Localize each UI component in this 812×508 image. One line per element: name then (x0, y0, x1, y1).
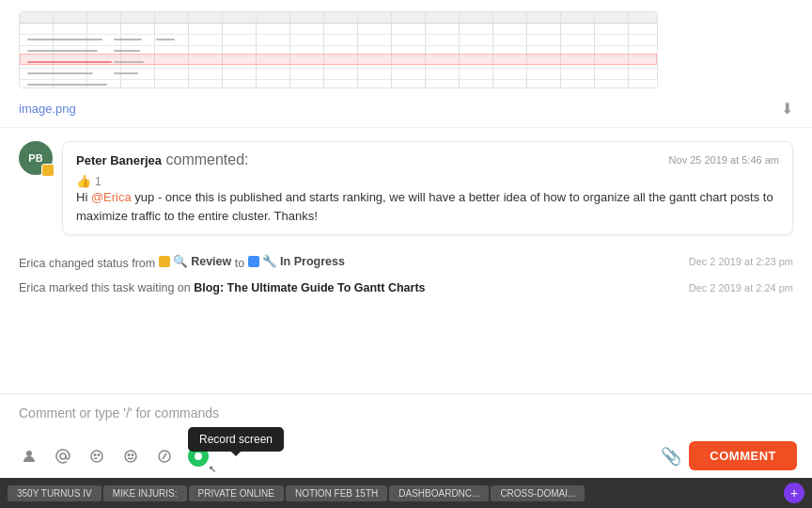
svg-point-4 (98, 453, 100, 455)
attach-icon[interactable]: 📎 (661, 446, 681, 467)
comment-text: Hi @Erica yup - once this is published a… (76, 188, 779, 225)
activity-timestamp-2: Dec 2 2019 at 2:24 pm (689, 282, 793, 294)
status-dot-blue (248, 256, 259, 267)
svg-point-3 (94, 453, 96, 455)
taskbar-item-5[interactable]: CROSS-DOMAI... (491, 485, 585, 501)
status-dot-yellow (159, 256, 170, 267)
emoji-icon-2[interactable] (117, 442, 145, 470)
svg-line-9 (163, 453, 166, 459)
emoji-icon-1[interactable] (83, 442, 111, 470)
main-container: image.png ⬇ PB Peter Banerjea commented:… (0, 0, 812, 508)
comment-input-section: Comment or type '/' for commands Record … (0, 393, 812, 478)
svg-point-7 (132, 453, 133, 455)
taskbar-item-3[interactable]: NOTION FEB 15TH (286, 485, 387, 501)
comment-text-before-mention: Hi (76, 190, 91, 204)
to-status: 🔧 In Progress (248, 254, 345, 268)
cursor-icon: ↖ (209, 464, 216, 474)
avatar-badge (41, 164, 55, 177)
activity-to-word: to (235, 257, 248, 270)
svg-point-6 (128, 453, 130, 455)
comment-mention[interactable]: @Erica (91, 190, 132, 204)
comment-timestamp: Nov 25 2019 at 5:46 am (669, 154, 779, 166)
comment-header: Peter Banerjea commented: Nov 25 2019 at… (76, 151, 779, 168)
slash-command-icon[interactable] (150, 442, 179, 470)
activity-text-start-2: Erica marked this task waiting on (19, 281, 194, 294)
activity-item-1: Erica changed status from 🔍 Review to 🔧 … (19, 248, 793, 276)
svg-point-2 (91, 451, 102, 462)
table-preview (20, 12, 657, 87)
comment-action: commented: (166, 151, 249, 167)
image-filename[interactable]: image.png (19, 102, 76, 116)
taskbar: 350Y TURNUS IV MIKE INJURIS: PRIVATE ONL… (0, 478, 812, 508)
like-button[interactable]: 👍 (76, 174, 91, 188)
svg-point-1 (60, 453, 66, 459)
comment-text-after-mention: yup - once this is published and starts … (76, 190, 773, 223)
comment-button[interactable]: COMMENT (689, 441, 797, 470)
comments-area: PB Peter Banerjea commented: Nov 25 2019… (0, 128, 812, 393)
taskbar-item-4[interactable]: DASHBOARDNC... (389, 485, 489, 501)
taskbar-item-1[interactable]: MIKE INJURIS: (103, 485, 187, 501)
toolbar-row: ↖ 📎 COMMENT (0, 436, 812, 478)
image-thumbnail (19, 11, 658, 88)
person-icon[interactable] (15, 442, 43, 470)
taskbar-plus-button[interactable]: + (784, 483, 804, 503)
activity-text-1: Erica changed status from 🔍 Review to 🔧 … (19, 254, 678, 270)
record-screen-tooltip: Record screen (188, 427, 284, 452)
taskbar-item-2[interactable]: PRIVATE ONLINE (189, 485, 284, 501)
svg-point-5 (125, 451, 136, 462)
task-link[interactable]: Blog: The Ultimate Guide To Gantt Charts (194, 281, 425, 294)
download-icon[interactable]: ⬇ (781, 100, 793, 118)
commenter-name: Peter Banerjea (76, 153, 162, 167)
activity-text-2: Erica marked this task waiting on Blog: … (19, 281, 678, 294)
comment-item: PB Peter Banerjea commented: Nov 25 2019… (19, 128, 793, 248)
taskbar-item-0[interactable]: 350Y TURNUS IV (8, 485, 102, 501)
comment-bubble: Peter Banerjea commented: Nov 25 2019 at… (62, 141, 793, 235)
like-count: 1 (95, 175, 102, 188)
like-row: 👍 1 (76, 174, 779, 188)
comment-input-area[interactable]: Comment or type '/' for commands (0, 394, 812, 436)
svg-point-0 (26, 451, 32, 456)
mention-icon[interactable] (49, 442, 77, 470)
avatar: PB (19, 141, 53, 175)
from-status: 🔍 Review (159, 254, 232, 268)
image-filename-row: image.png ⬇ (19, 98, 793, 119)
activity-timestamp-1: Dec 2 2019 at 2:23 pm (689, 256, 793, 267)
toolbar-left: ↖ (15, 442, 212, 470)
tooltip-label: Record screen (199, 433, 273, 446)
activity-item-2: Erica marked this task waiting on Blog: … (19, 276, 793, 300)
image-section: image.png ⬇ (0, 0, 812, 128)
activity-text-start-1: Erica changed status from (19, 257, 159, 270)
comment-meta: Peter Banerjea commented: (76, 151, 249, 168)
record-dot (195, 452, 202, 460)
toolbar-right: 📎 COMMENT (661, 441, 797, 470)
